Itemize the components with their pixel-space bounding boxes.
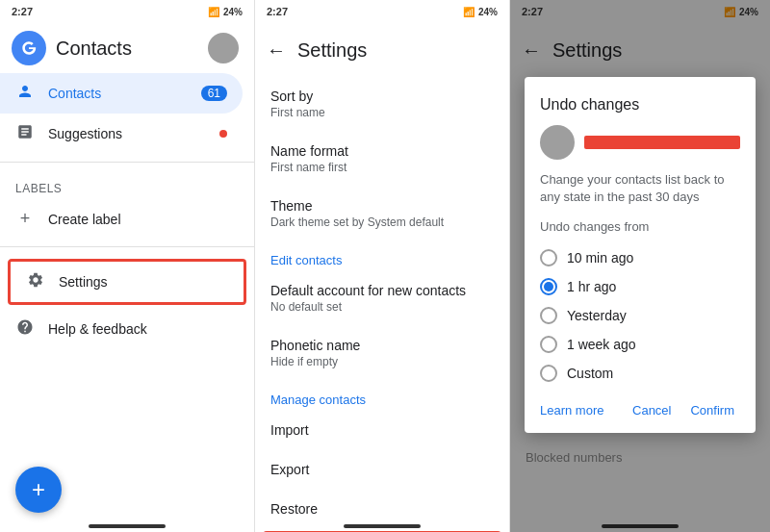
status-bar-middle: 2:27 📶 24%: [255, 0, 509, 23]
middle-header: ← Settings: [255, 23, 509, 77]
fab-icon: +: [32, 476, 45, 503]
create-label-text: Create label: [48, 212, 239, 227]
middle-title: Settings: [297, 39, 367, 62]
left-panel: 2:27 📶 24% Contacts Contacts 61 Suggesti…: [0, 0, 255, 532]
help-icon: [15, 318, 35, 340]
restore-row[interactable]: Restore: [255, 490, 509, 529]
radio-label-1week: 1 week ago: [567, 337, 636, 352]
dialog-avatar: [540, 125, 575, 160]
radio-1hr[interactable]: 1 hr ago: [540, 272, 740, 301]
dialog-title: Undo changes: [540, 96, 740, 114]
cancel-button[interactable]: Cancel: [627, 399, 677, 421]
import-row[interactable]: Import: [255, 411, 509, 450]
export-title: Export: [270, 462, 494, 477]
radio-10min[interactable]: 10 min ago: [540, 243, 740, 272]
dialog-buttons: Cancel Confirm: [627, 399, 740, 421]
theme-title: Theme: [270, 198, 494, 214]
edit-contacts-label: Edit contacts: [255, 241, 509, 271]
sort-by-title: Sort by: [270, 89, 494, 104]
divider-1: [0, 162, 254, 163]
theme-row[interactable]: Theme Dark theme set by System default: [255, 187, 509, 241]
sort-by-row[interactable]: Sort by First name: [255, 77, 509, 132]
theme-subtitle: Dark theme set by System default: [270, 215, 494, 229]
nav-suggestions[interactable]: Suggestions: [0, 114, 243, 154]
default-account-row[interactable]: Default account for new contacts No defa…: [255, 271, 509, 326]
export-row[interactable]: Export: [255, 450, 509, 490]
undo-changes-dialog: Undo changes Change your contacts list b…: [525, 77, 756, 433]
add-icon: +: [15, 209, 35, 229]
status-bar-left: 2:27 📶 24%: [0, 0, 254, 23]
dialog-actions: Learn more Cancel Confirm: [540, 388, 740, 421]
battery-pct-middle: 24%: [478, 7, 498, 17]
name-format-title: Name format: [270, 143, 494, 159]
dialog-overlay: Undo changes Change your contacts list b…: [510, 0, 770, 532]
default-account-subtitle: No default set: [270, 300, 494, 314]
app-title: Contacts: [56, 38, 198, 60]
radio-label-1hr: 1 hr ago: [567, 279, 616, 294]
radio-custom[interactable]: Custom: [540, 359, 740, 388]
default-account-title: Default account for new contacts: [270, 283, 494, 298]
dialog-user-row: [540, 125, 740, 160]
radio-outer-1hr: [540, 278, 557, 295]
bottom-bar-left: [89, 524, 166, 528]
user-avatar[interactable]: [208, 33, 239, 63]
restore-title: Restore: [270, 501, 494, 517]
radio-inner-1hr: [544, 282, 553, 291]
status-icons-left: 📶 24%: [208, 7, 243, 17]
battery-pct-left: 24%: [223, 7, 243, 17]
help-nav-item[interactable]: Help & feedback: [0, 309, 254, 349]
settings-icon: [26, 271, 45, 292]
name-format-row[interactable]: Name format First name first: [255, 132, 509, 187]
radio-outer-1week: [540, 336, 557, 353]
back-button-middle[interactable]: ←: [267, 39, 286, 62]
battery-middle: 📶: [463, 7, 475, 17]
radio-yesterday[interactable]: Yesterday: [540, 301, 740, 330]
status-icons-middle: 📶 24%: [463, 7, 498, 17]
radio-outer-custom: [540, 365, 557, 382]
radio-label-10min: 10 min ago: [567, 250, 633, 266]
radio-outer-10min: [540, 249, 557, 266]
fab-button[interactable]: +: [15, 467, 62, 513]
help-nav-label: Help & feedback: [48, 321, 239, 337]
name-format-subtitle: First name first: [270, 161, 494, 174]
suggestions-icon: [15, 123, 35, 144]
bottom-bar-middle: [344, 524, 421, 528]
radio-outer-yesterday: [540, 307, 557, 324]
middle-settings-content: Sort by First name Name format First nam…: [255, 77, 509, 532]
nav-suggestions-label: Suggestions: [48, 126, 206, 141]
radio-1week[interactable]: 1 week ago: [540, 330, 740, 359]
right-panel: 2:27 📶 24% ← Settings Sort by First name…: [510, 0, 770, 532]
nav-contacts-label: Contacts: [48, 86, 188, 101]
phonetic-name-subtitle: Hide if empty: [270, 355, 494, 368]
middle-panel: 2:27 📶 24% ← Settings Sort by First name…: [255, 0, 510, 532]
time-middle: 2:27: [267, 6, 288, 17]
divider-2: [0, 246, 254, 247]
app-header: Contacts: [0, 23, 254, 73]
labels-section: Labels: [0, 170, 254, 199]
manage-contacts-label: Manage contacts: [255, 381, 509, 411]
settings-nav-label: Settings: [59, 274, 228, 290]
contacts-badge: 61: [201, 86, 227, 101]
google-logo: [12, 31, 46, 65]
confirm-button[interactable]: Confirm: [684, 399, 740, 421]
phonetic-name-title: Phonetic name: [270, 338, 494, 353]
radio-label-yesterday: Yesterday: [567, 308, 627, 323]
time-left: 2:27: [12, 6, 33, 17]
radio-label-custom: Custom: [567, 366, 613, 381]
contacts-icon: [15, 83, 35, 104]
dialog-username-bar: [584, 136, 740, 149]
suggestions-dot: [219, 130, 227, 138]
nav-contacts[interactable]: Contacts 61: [0, 73, 243, 114]
create-label-item[interactable]: + Create label: [0, 199, 254, 239]
dialog-section-label: Undo changes from: [540, 219, 740, 234]
dialog-description: Change your contacts list back to any st…: [540, 171, 740, 206]
import-title: Import: [270, 422, 494, 438]
battery-left: 📶: [208, 7, 219, 17]
phonetic-name-row[interactable]: Phonetic name Hide if empty: [255, 326, 509, 381]
settings-nav-item[interactable]: Settings: [8, 259, 246, 305]
sort-by-subtitle: First name: [270, 106, 494, 119]
learn-more-link[interactable]: Learn more: [540, 403, 603, 418]
